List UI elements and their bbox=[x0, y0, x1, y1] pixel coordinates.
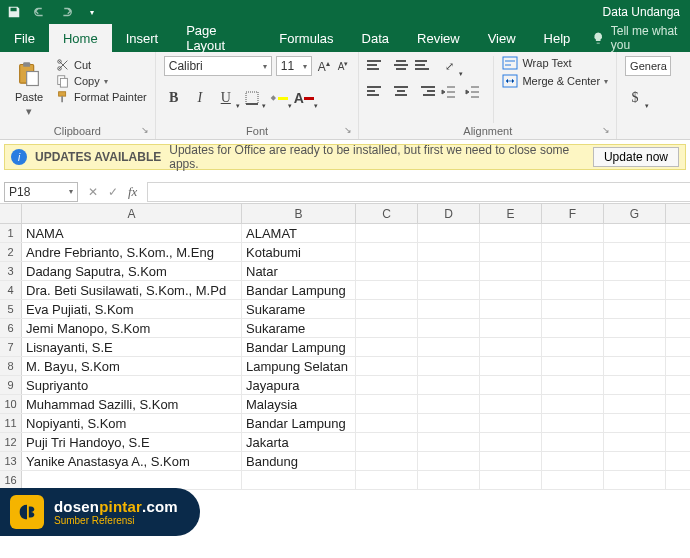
cell[interactable] bbox=[418, 433, 480, 451]
spreadsheet-grid[interactable]: A B C D E F G 1NAMAALAMAT2Andre Febriant… bbox=[0, 204, 690, 490]
cell[interactable] bbox=[356, 395, 418, 413]
row-header[interactable]: 8 bbox=[0, 357, 22, 375]
align-right-button[interactable] bbox=[415, 82, 435, 100]
redo-icon[interactable] bbox=[58, 4, 74, 20]
cell[interactable] bbox=[418, 281, 480, 299]
cell[interactable]: Jayapura bbox=[242, 376, 356, 394]
cell[interactable] bbox=[604, 433, 666, 451]
cell[interactable] bbox=[604, 224, 666, 242]
tab-view[interactable]: View bbox=[474, 24, 530, 52]
cell[interactable] bbox=[418, 471, 480, 489]
tab-insert[interactable]: Insert bbox=[112, 24, 173, 52]
qat-customize-icon[interactable]: ▾ bbox=[84, 4, 100, 20]
row-header[interactable]: 13 bbox=[0, 452, 22, 470]
col-header-G[interactable]: G bbox=[604, 204, 666, 223]
clipboard-dialog-icon[interactable]: ↘ bbox=[141, 125, 149, 135]
cell[interactable]: Natar bbox=[242, 262, 356, 280]
cell[interactable] bbox=[604, 357, 666, 375]
cell[interactable] bbox=[418, 243, 480, 261]
save-icon[interactable] bbox=[6, 4, 22, 20]
cell[interactable] bbox=[480, 281, 542, 299]
cell[interactable] bbox=[480, 471, 542, 489]
align-top-button[interactable] bbox=[367, 56, 387, 74]
decrease-indent-button[interactable] bbox=[439, 82, 459, 102]
cell[interactable] bbox=[604, 395, 666, 413]
cell[interactable] bbox=[480, 300, 542, 318]
font-color-button[interactable]: A▾ bbox=[294, 88, 314, 108]
align-bottom-button[interactable] bbox=[415, 56, 435, 74]
copy-dropdown-icon[interactable]: ▾ bbox=[104, 77, 108, 86]
cell[interactable]: Bandar Lampung bbox=[242, 414, 356, 432]
cell[interactable] bbox=[542, 262, 604, 280]
cell[interactable]: Malaysia bbox=[242, 395, 356, 413]
cell[interactable] bbox=[542, 414, 604, 432]
tab-help[interactable]: Help bbox=[530, 24, 585, 52]
row-header[interactable]: 1 bbox=[0, 224, 22, 242]
cell[interactable] bbox=[542, 300, 604, 318]
paste-dropdown-icon[interactable]: ▾ bbox=[26, 105, 32, 118]
cell[interactable]: Bandar Lampung bbox=[242, 338, 356, 356]
col-header-B[interactable]: B bbox=[242, 204, 356, 223]
fx-icon[interactable]: fx bbox=[128, 184, 137, 200]
cell[interactable]: Supriyanto bbox=[22, 376, 242, 394]
cell[interactable] bbox=[418, 452, 480, 470]
currency-button[interactable]: $▾ bbox=[625, 88, 645, 108]
cell[interactable]: NAMA bbox=[22, 224, 242, 242]
cell[interactable] bbox=[480, 338, 542, 356]
cell[interactable]: ALAMAT bbox=[242, 224, 356, 242]
merge-center-button[interactable]: Merge & Center ▾ bbox=[502, 74, 608, 88]
cell[interactable] bbox=[356, 471, 418, 489]
cell[interactable]: Lampung Selatan bbox=[242, 357, 356, 375]
cell[interactable] bbox=[480, 414, 542, 432]
number-format-select[interactable]: Genera bbox=[625, 56, 671, 76]
cell[interactable]: Yanike Anastasya A., S.Kom bbox=[22, 452, 242, 470]
cell[interactable]: Sukarame bbox=[242, 319, 356, 337]
cell[interactable] bbox=[480, 357, 542, 375]
cell[interactable] bbox=[480, 319, 542, 337]
cell[interactable] bbox=[604, 414, 666, 432]
italic-button[interactable]: I bbox=[190, 88, 210, 108]
cell[interactable] bbox=[604, 338, 666, 356]
cell[interactable] bbox=[356, 433, 418, 451]
tab-review[interactable]: Review bbox=[403, 24, 474, 52]
cell[interactable] bbox=[604, 281, 666, 299]
row-header[interactable]: 7 bbox=[0, 338, 22, 356]
name-box[interactable]: P18▾ bbox=[4, 182, 78, 202]
row-header[interactable]: 12 bbox=[0, 433, 22, 451]
cell[interactable] bbox=[480, 452, 542, 470]
cell[interactable] bbox=[480, 433, 542, 451]
paste-button[interactable]: Paste ▾ bbox=[8, 56, 50, 123]
row-header[interactable]: 4 bbox=[0, 281, 22, 299]
cell[interactable] bbox=[604, 376, 666, 394]
cell[interactable] bbox=[480, 224, 542, 242]
increase-font-icon[interactable]: A▴ bbox=[316, 59, 332, 74]
cell[interactable] bbox=[604, 262, 666, 280]
cell[interactable] bbox=[542, 376, 604, 394]
fill-color-button[interactable]: ▾ bbox=[268, 88, 288, 108]
cell[interactable]: Nopiyanti, S.Kom bbox=[22, 414, 242, 432]
tab-data[interactable]: Data bbox=[348, 24, 403, 52]
align-middle-button[interactable] bbox=[391, 56, 411, 74]
undo-icon[interactable] bbox=[32, 4, 48, 20]
cell[interactable] bbox=[542, 224, 604, 242]
cell[interactable] bbox=[542, 452, 604, 470]
row-header[interactable]: 2 bbox=[0, 243, 22, 261]
cell[interactable] bbox=[418, 224, 480, 242]
cell[interactable] bbox=[542, 319, 604, 337]
row-header[interactable]: 10 bbox=[0, 395, 22, 413]
cut-button[interactable]: Cut bbox=[56, 58, 147, 72]
cell[interactable] bbox=[418, 414, 480, 432]
row-header[interactable]: 11 bbox=[0, 414, 22, 432]
enter-formula-icon[interactable]: ✓ bbox=[108, 185, 118, 199]
cell[interactable]: M. Bayu, S.Kom bbox=[22, 357, 242, 375]
cell[interactable] bbox=[542, 433, 604, 451]
cell[interactable] bbox=[542, 281, 604, 299]
cell[interactable] bbox=[356, 262, 418, 280]
update-now-button[interactable]: Update now bbox=[593, 147, 679, 167]
cell[interactable] bbox=[356, 452, 418, 470]
cancel-formula-icon[interactable]: ✕ bbox=[88, 185, 98, 199]
format-painter-button[interactable]: Format Painter bbox=[56, 90, 147, 104]
cell[interactable] bbox=[356, 338, 418, 356]
font-dialog-icon[interactable]: ↘ bbox=[344, 125, 352, 135]
copy-button[interactable]: Copy ▾ bbox=[56, 74, 147, 88]
